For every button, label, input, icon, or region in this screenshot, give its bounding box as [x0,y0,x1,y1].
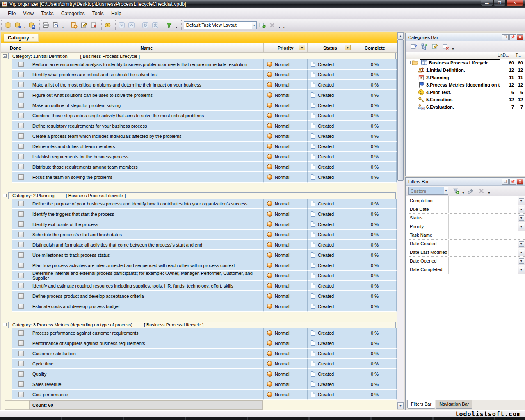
task-checkbox[interactable] [18,340,24,346]
task-checkbox[interactable] [18,201,24,206]
task-checkbox[interactable] [18,123,24,128]
task-checkbox[interactable] [18,144,24,149]
tab-filters-bar[interactable]: Filters Bar [407,400,435,409]
categories-toolbar-dropdown-icon[interactable]: ▼ [451,48,455,50]
menu-item-view[interactable]: View [19,9,37,18]
task-row[interactable]: Customer satisfactionNormalCreated0 % [1,349,397,359]
task-checkbox[interactable] [18,232,24,237]
task-checkbox[interactable] [18,252,24,258]
task-filter-button[interactable] [164,21,174,30]
task-checkbox[interactable] [18,392,24,397]
filters-bar-restore-icon[interactable]: ❐ [502,179,509,185]
category-group-header-box[interactable]: Category: 3.Process Metrics (depending o… [8,322,396,328]
task-checkbox[interactable] [18,72,24,77]
toolbar-more-dropdown-icon[interactable]: ▼ [282,26,286,29]
filter-dropdown-icon[interactable]: ▼ [519,258,524,264]
close-button[interactable]: ✕ [506,0,523,6]
task-checkbox[interactable] [18,103,24,108]
task-row[interactable]: Create a process team which includes ind… [1,131,397,142]
task-checkbox[interactable] [18,361,24,366]
column-header-status[interactable]: Status ▼ [308,43,353,52]
filter-dropdown-icon[interactable]: ▼ [519,267,524,272]
clear-filter-button[interactable] [466,186,476,196]
delete-layout-button[interactable] [267,21,277,30]
column-header-priority[interactable]: Priority ▼ [264,43,308,52]
task-row[interactable]: Define the purpose of your business proc… [1,199,397,209]
menu-item-categories[interactable]: Categories [57,9,89,18]
filter-value-field[interactable] [449,205,518,213]
task-checkbox[interactable] [18,351,24,356]
task-row[interactable]: Use milestones to track process statusNo… [1,250,397,260]
status-filter-dropdown-icon[interactable]: ▼ [345,45,351,50]
task-checkbox[interactable] [18,221,24,227]
filter-dropdown-icon[interactable]: ▼ [519,215,524,221]
task-row[interactable]: Distribute those requirements among team… [1,162,397,172]
order-coin-button[interactable] [103,21,113,30]
filter-value-field[interactable] [449,240,518,248]
task-checkbox[interactable] [18,381,24,387]
task-row[interactable]: Performance of suppliers against busines… [1,338,397,349]
task-row[interactable]: QualityNormalCreated0 % [1,369,397,379]
filter-dropdown-icon[interactable]: ▼ [519,241,524,247]
apply-layout-button[interactable] [258,21,267,30]
delete-task-button[interactable] [89,21,99,30]
filter-value-field[interactable] [449,222,518,231]
task-checkbox[interactable] [18,242,24,247]
add-subcategory-button[interactable] [419,42,429,51]
apply-filter-dropdown-icon[interactable]: ▼ [461,192,466,194]
task-row[interactable]: Make a list of the most critical problem… [1,80,397,90]
print-preview-button[interactable] [51,21,61,30]
column-header-name[interactable]: Name [30,43,264,52]
task-checkbox[interactable] [18,211,24,217]
filter-value-field[interactable] [449,214,518,222]
task-checkbox[interactable] [18,304,24,309]
priority-filter-dropdown-icon[interactable]: ▼ [299,45,305,50]
task-checkbox[interactable] [18,262,24,268]
add-category-button[interactable] [408,42,419,51]
menu-item-tools[interactable]: Tools [89,9,107,18]
open-database-dropdown-icon[interactable]: ▼ [23,26,27,29]
group-by-chip-category[interactable]: Category △ [4,34,39,42]
delete-filter-button[interactable] [476,186,487,196]
open-database-button[interactable] [13,21,23,30]
print-preview-dropdown-icon[interactable]: ▼ [61,26,65,29]
category-tree-item[interactable]: 6.Evaluation.77 [406,103,525,111]
column-header-complete[interactable]: Complete [353,43,397,52]
task-row[interactable]: Plan how process activities are intercon… [1,260,397,271]
scroll-up-icon[interactable]: ▲ [397,32,404,39]
filter-dropdown-icon[interactable]: ▼ [519,207,524,212]
task-row[interactable]: Distinguish and formulate all activities… [1,240,397,250]
total-column-header[interactable]: T... [514,52,525,59]
category-tree-root[interactable]: –Business Process Lifecycle6060 [406,59,525,66]
task-row[interactable]: Process performance against customer req… [1,328,397,338]
filters-bar-pin-icon[interactable]: 📌 [509,179,516,185]
categories-bar-pin-icon[interactable]: 📌 [509,34,516,40]
category-tree-item[interactable]: 1.Initial Definition.1212 [406,66,525,74]
task-row[interactable]: Define roles and duties of team membersN… [1,142,397,152]
task-checkbox[interactable] [18,293,24,299]
scroll-down-icon[interactable]: ▼ [397,402,404,409]
filter-value-field[interactable] [449,265,518,274]
move-to-bottom-button[interactable] [141,21,151,30]
task-row[interactable]: Identify and estimate required resources… [1,281,397,291]
move-up-button[interactable] [127,21,137,30]
apply-filter-button[interactable] [450,186,461,196]
column-header-done[interactable]: Done [1,43,30,52]
category-tree-item[interactable]: 4.Pilot Test.66 [406,89,525,96]
task-checkbox[interactable] [18,113,24,118]
task-row[interactable]: Schedule the process's start and finish … [1,230,397,240]
task-filter-dropdown-icon[interactable]: ▼ [174,26,179,29]
task-checkbox[interactable] [18,371,24,377]
task-row[interactable]: Define regulatory requirements for your … [1,121,397,131]
category-tree-item[interactable]: 5.Execution.1212 [406,96,525,103]
category-group-header-box[interactable]: Category: 2.Planning[ Business Process L… [8,192,396,199]
task-row[interactable]: Make an outline of steps for problem sol… [1,100,397,111]
collapse-group-icon[interactable]: – [3,54,7,58]
task-row[interactable]: Cycle timeNormalCreated0 % [1,359,397,369]
task-row[interactable]: Perform an environmental analysis to ide… [1,59,397,70]
category-tree-item[interactable]: 3.Process Metrics (depending on type of … [406,81,525,89]
task-row[interactable]: Sales revenueNormalCreated0 % [1,379,397,390]
task-checkbox[interactable] [18,154,24,159]
new-database-button[interactable] [3,21,13,30]
filter-dropdown-icon[interactable]: ▼ [519,250,524,255]
